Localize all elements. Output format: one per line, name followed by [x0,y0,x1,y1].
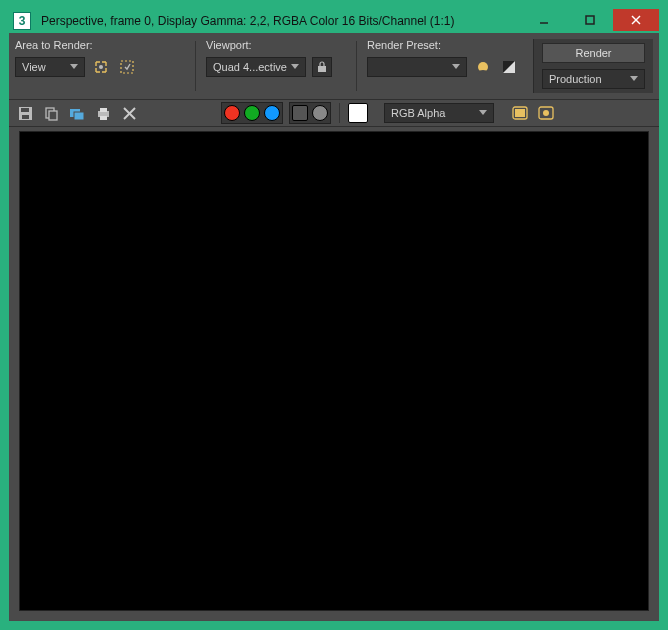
render-actions-panel: Render Production [533,39,653,93]
save-icon[interactable] [15,103,35,123]
svg-rect-16 [22,115,29,119]
svg-rect-6 [121,61,133,73]
viewport-value: Quad 4...ective [213,61,287,73]
alpha-mono-group [289,102,331,124]
clone-image-icon[interactable] [67,103,87,123]
viewport-dropdown[interactable]: Quad 4...ective [206,57,306,77]
svg-marker-26 [479,110,487,115]
render-settings-bar: Area to Render: View Viewport: Quad 4... [9,33,659,99]
channel-alpha-icon[interactable] [292,105,308,121]
svg-marker-13 [630,76,638,81]
svg-rect-1 [586,16,594,24]
channel-green-icon[interactable] [244,105,260,121]
render-preset-label: Render Preset: [367,39,527,51]
svg-marker-4 [70,64,78,69]
environment-icon[interactable] [473,57,493,77]
app-icon: 3 [13,12,31,30]
viewport-label: Viewport: [206,39,346,51]
chevron-down-icon [291,64,299,70]
copy-icon[interactable] [41,103,61,123]
frame-buffer-icon[interactable] [536,103,556,123]
area-to-render-dropdown[interactable]: View [15,57,85,77]
minimize-button[interactable] [521,9,567,31]
channel-mono-icon[interactable] [312,105,328,121]
clear-icon[interactable] [119,103,139,123]
channel-dropdown-value: RGB Alpha [391,107,445,119]
titlebar: 3 Perspective, frame 0, Display Gamma: 2… [9,9,659,33]
toggle-overlay-icon[interactable] [510,103,530,123]
svg-point-5 [99,65,103,69]
render-viewport[interactable] [19,131,649,611]
lock-icon[interactable] [312,57,332,77]
area-to-render-value: View [22,61,46,73]
area-to-render-label: Area to Render: [15,39,185,51]
auto-region-icon[interactable] [117,57,137,77]
region-select-icon[interactable] [91,57,111,77]
background-swatch[interactable] [348,103,368,123]
svg-rect-20 [74,112,84,120]
render-mode-dropdown[interactable]: Production [542,69,645,89]
svg-rect-23 [100,116,107,120]
close-button[interactable] [613,9,659,31]
chevron-down-icon [452,64,460,70]
image-toolbar: RGB Alpha [9,99,659,127]
window-buttons [521,9,659,33]
chevron-down-icon [70,64,78,70]
svg-point-30 [543,110,549,116]
svg-rect-22 [100,108,107,112]
channel-swatches [221,102,283,124]
render-window: 3 Perspective, frame 0, Display Gamma: 2… [9,9,659,621]
window-title: Perspective, frame 0, Display Gamma: 2,2… [41,14,521,28]
render-preset-dropdown[interactable] [367,57,467,77]
chevron-down-icon [630,76,638,82]
svg-rect-15 [21,108,29,112]
maximize-button[interactable] [567,9,613,31]
svg-rect-8 [318,66,326,72]
render-mode-value: Production [549,73,602,85]
svg-rect-28 [515,109,525,117]
channel-red-icon[interactable] [224,105,240,121]
svg-marker-7 [291,64,299,69]
channel-dropdown[interactable]: RGB Alpha [384,103,494,123]
svg-rect-18 [49,111,57,120]
exposure-icon[interactable] [499,57,519,77]
chevron-down-icon [479,110,487,116]
channel-blue-icon[interactable] [264,105,280,121]
svg-marker-9 [452,64,460,69]
render-button[interactable]: Render [542,43,645,63]
print-icon[interactable] [93,103,113,123]
